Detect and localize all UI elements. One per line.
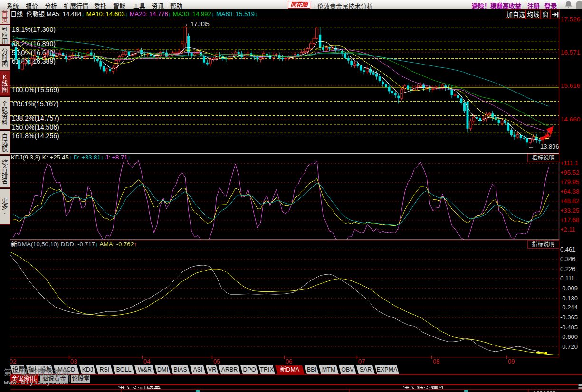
svg-text:0.461: 0.461 [560, 246, 576, 253]
svg-text:100.0%(15.569): 100.0%(15.569) [12, 86, 59, 93]
svg-text:-0.720: -0.720 [560, 343, 578, 350]
svg-text:+33.25: +33.25 [560, 207, 579, 214]
svg-text:19.1%(17.300): 19.1%(17.300) [12, 26, 56, 33]
svg-text:02: 02 [10, 358, 16, 365]
svg-text:0.346: 0.346 [560, 255, 576, 262]
svg-text:-0.600: -0.600 [560, 333, 578, 340]
svg-text:14.660: 14.660 [561, 116, 580, 123]
svg-text:138.2%(14.757): 138.2%(14.757) [12, 114, 59, 122]
svg-text:+48.82: +48.82 [560, 197, 579, 205]
svg-text:0.226: 0.226 [560, 265, 576, 272]
svg-text:←17.335: ←17.335 [184, 20, 210, 28]
svg-text:-0.365: -0.365 [560, 314, 578, 321]
svg-text:+64.38: +64.38 [560, 188, 579, 195]
svg-text:新DMA(10,50,10) DDD: -0.717↓ AM: 新DMA(10,50,10) DDD: -0.717↓ AMA: -0.762↑ [11, 241, 137, 248]
svg-text:+111.1: +111.1 [560, 159, 578, 167]
svg-text:05: 05 [213, 358, 220, 365]
svg-text:-0.244: -0.244 [560, 304, 578, 311]
svg-text:03: 03 [70, 358, 77, 365]
svg-text:07: 07 [358, 358, 365, 365]
svg-text:-0.130: -0.130 [560, 295, 578, 302]
svg-text:KDJ(9,3,3) K: +25.45↓ D: +33.8: KDJ(9,3,3) K: +25.45↓ D: +33.81↓ J: +8.7… [11, 154, 131, 161]
svg-text:38.2%(16.890): 38.2%(16.890) [12, 40, 56, 47]
svg-text:119.1%(15.167): 119.1%(15.167) [12, 100, 59, 108]
svg-text:+17.68: +17.68 [560, 216, 579, 224]
svg-text:+95.52: +95.52 [560, 169, 579, 176]
svg-text:09: 09 [508, 358, 515, 365]
svg-text:150.0%(14.506): 150.0%(14.506) [12, 123, 59, 131]
svg-text:16.571: 16.571 [561, 49, 580, 56]
svg-text:06: 06 [286, 358, 292, 365]
svg-text:+79.95: +79.95 [560, 178, 579, 186]
svg-text:-0.009: -0.009 [560, 285, 578, 292]
svg-text:17.526: 17.526 [561, 16, 580, 23]
svg-text:←—13.896: ←—13.896 [528, 143, 559, 150]
svg-text:-0.485: -0.485 [560, 324, 578, 331]
svg-text:04: 04 [143, 358, 150, 365]
svg-text:161.8%(14.256): 161.8%(14.256) [12, 132, 59, 140]
svg-text:15.616: 15.616 [561, 82, 580, 89]
svg-text:08: 08 [433, 358, 439, 365]
svg-text:0.111: 0.111 [560, 275, 575, 282]
svg-text:+2.11: +2.11 [560, 226, 575, 233]
